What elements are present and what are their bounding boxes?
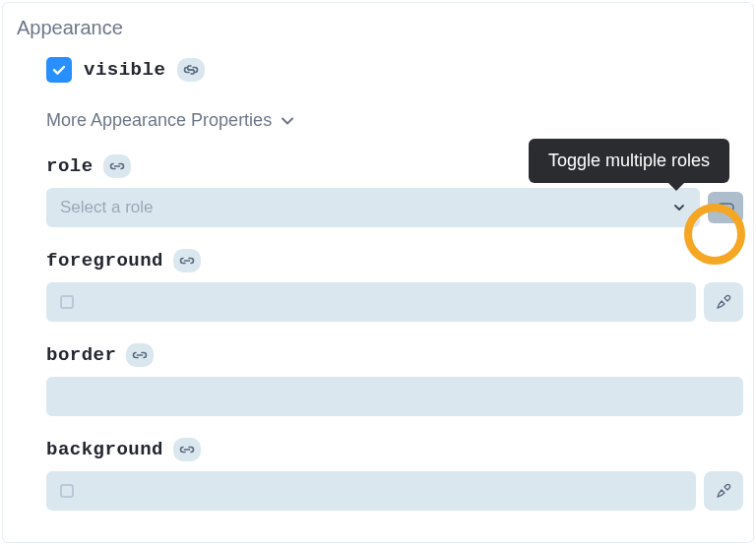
background-picker-button[interactable] <box>704 471 743 511</box>
foreground-picker-button[interactable] <box>704 282 743 322</box>
role-label: role <box>46 155 94 177</box>
visible-label: visible <box>84 59 165 81</box>
tooltip: Toggle multiple roles <box>529 139 729 183</box>
section-title: Appearance <box>17 17 743 39</box>
background-label: background <box>46 439 163 460</box>
prop-border: border <box>17 343 743 416</box>
eyedropper-icon <box>715 482 732 500</box>
foreground-input[interactable] <box>46 282 696 322</box>
prop-background: background <box>17 438 743 511</box>
color-swatch-empty <box>60 484 74 498</box>
link-icon[interactable] <box>177 58 205 82</box>
more-appearance-label: More Appearance Properties <box>46 110 272 131</box>
border-label: border <box>46 344 116 366</box>
link-icon[interactable] <box>103 154 131 178</box>
visible-checkbox[interactable] <box>46 57 72 83</box>
eyedropper-icon <box>715 293 732 311</box>
visible-row: visible <box>17 57 743 83</box>
toggle-icon <box>717 202 734 213</box>
link-icon[interactable] <box>173 249 201 272</box>
color-swatch-empty <box>60 295 74 309</box>
role-select[interactable]: Select a role <box>46 188 700 227</box>
appearance-panel: Appearance visible More Appearance Prope… <box>2 2 754 543</box>
chevron-down-icon <box>280 113 295 129</box>
prop-foreground: foreground <box>17 249 743 322</box>
link-icon[interactable] <box>173 438 201 461</box>
checkmark-icon <box>51 62 67 78</box>
background-input[interactable] <box>46 471 696 511</box>
role-placeholder: Select a role <box>60 198 154 217</box>
foreground-label: foreground <box>46 250 163 272</box>
svg-rect-0 <box>718 204 733 212</box>
border-input[interactable] <box>46 377 743 416</box>
svg-point-1 <box>721 206 724 210</box>
toggle-multiple-roles-button[interactable] <box>708 192 743 223</box>
more-appearance-toggle[interactable]: More Appearance Properties <box>17 110 743 131</box>
link-icon[interactable] <box>126 343 154 367</box>
chevron-down-icon <box>672 201 686 214</box>
